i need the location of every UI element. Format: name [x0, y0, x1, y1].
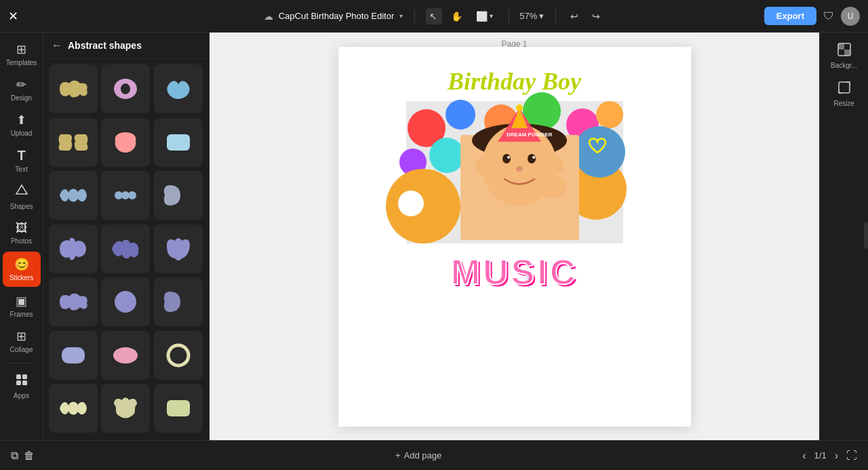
- design-icon: ✏: [16, 77, 26, 92]
- shape-item[interactable]: [49, 331, 98, 380]
- sidebar-item-collage[interactable]: ⊞ Collage: [3, 325, 41, 357]
- sidebar-item-frames[interactable]: ▣ Frames: [3, 290, 41, 322]
- shape-item[interactable]: [101, 171, 150, 220]
- shape-item[interactable]: [101, 331, 150, 380]
- topbar-left: ✕: [8, 9, 18, 24]
- sidebar-item-upload[interactable]: ⬆ Upload: [3, 109, 41, 141]
- shape-item[interactable]: [49, 64, 98, 113]
- svg-rect-3: [16, 380, 21, 385]
- white-circle-decoration: [398, 191, 424, 216]
- expand-button[interactable]: ⛶: [846, 450, 857, 462]
- copy-button[interactable]: ⧉: [11, 450, 18, 462]
- panel-header: ← Abstract shapes: [43, 33, 209, 59]
- shape-item[interactable]: [154, 277, 203, 326]
- svg-point-8: [128, 191, 136, 199]
- cursor-tool-button[interactable]: ↖: [425, 8, 441, 24]
- shape-item[interactable]: [101, 277, 150, 326]
- canvas-document[interactable]: Birthday Boy: [338, 47, 691, 427]
- redo-button[interactable]: ↪: [588, 8, 604, 24]
- shape-item[interactable]: [49, 224, 98, 273]
- bottom-center: + Add page: [395, 450, 441, 461]
- shape-item[interactable]: [154, 384, 203, 433]
- shape-item[interactable]: [49, 277, 98, 326]
- templates-icon: ⊞: [16, 42, 26, 57]
- svg-point-9: [115, 291, 136, 313]
- photos-icon: 🖼: [16, 221, 28, 235]
- svg-point-34: [507, 156, 510, 159]
- sidebar-label-frames: Frames: [10, 311, 33, 318]
- bottom-left: ⧉ 🗑: [11, 450, 35, 462]
- right-panel-resize[interactable]: Resize: [823, 76, 866, 111]
- sidebar-label-text: Text: [15, 165, 27, 173]
- sidebar-label-apps: Apps: [14, 392, 29, 399]
- canvas-area: Page 1 Birthday Boy: [210, 33, 819, 440]
- svg-point-36: [516, 166, 523, 172]
- sidebar-label-stickers: Stickers: [9, 274, 34, 281]
- sidebar-item-stickers[interactable]: 😊 Stickers: [3, 252, 41, 287]
- sidebar-item-design[interactable]: ✏ Design: [3, 73, 41, 106]
- add-page-button[interactable]: + Add page: [395, 450, 441, 461]
- svg-point-32: [502, 154, 511, 163]
- hand-tool-button[interactable]: ✋: [447, 8, 467, 24]
- shape-item[interactable]: [154, 224, 203, 273]
- zoom-display[interactable]: 57% ▾: [519, 11, 544, 21]
- shape-item[interactable]: [101, 224, 150, 273]
- canvas-wrapper[interactable]: Birthday Boy: [210, 33, 819, 440]
- shape-item[interactable]: [49, 118, 98, 167]
- right-panel-background[interactable]: Backgr...: [823, 38, 866, 73]
- music-text[interactable]: MUSIC: [451, 252, 578, 292]
- avatar[interactable]: U: [841, 7, 860, 26]
- shape-item[interactable]: [49, 384, 98, 433]
- apps-icon: [15, 373, 28, 390]
- logo-icon: ✕: [8, 9, 18, 24]
- photo-area[interactable]: DREAM POWDER: [406, 101, 623, 243]
- shapes-icon: [15, 184, 28, 201]
- svg-text:DREAM POWDER: DREAM POWDER: [507, 132, 553, 138]
- prev-page-button[interactable]: ‹: [802, 450, 806, 462]
- next-page-button[interactable]: ›: [835, 450, 838, 462]
- shape-item[interactable]: [101, 384, 150, 433]
- shape-item[interactable]: [49, 171, 98, 220]
- shape-item[interactable]: [154, 118, 203, 167]
- sidebar-label-upload: Upload: [11, 130, 33, 137]
- topbar-center: ☁ CapCut Birthday Photo Editor ▾ ↖ ✋ ⬜ ▾…: [264, 8, 605, 24]
- gold-circle-decoration: [386, 169, 460, 243]
- delete-button[interactable]: 🗑: [24, 450, 35, 462]
- sidebar-label-shapes: Shapes: [10, 203, 33, 210]
- back-button[interactable]: ←: [52, 39, 62, 52]
- bottom-right: ‹ 1/1 › ⛶: [802, 450, 857, 462]
- background-icon: [837, 42, 852, 60]
- sidebar-item-apps[interactable]: Apps: [3, 369, 41, 404]
- svg-point-33: [528, 154, 536, 163]
- sidebar-item-photos[interactable]: 🖼 Photos: [3, 217, 41, 249]
- shape-item[interactable]: [154, 64, 203, 113]
- sidebar-item-text[interactable]: T Text: [3, 144, 41, 177]
- chevron-down-icon: ▾: [399, 12, 403, 20]
- bottom-bar: ⧉ 🗑 + Add page ‹ 1/1 › ⛶: [0, 440, 868, 470]
- svg-point-35: [532, 156, 535, 159]
- cloud-icon: ☁: [264, 11, 273, 22]
- svg-point-22: [429, 138, 465, 173]
- project-name: CapCut Birthday Photo Editor: [279, 11, 395, 21]
- sidebar-label-templates: Templates: [6, 59, 37, 66]
- sidebar-item-shapes[interactable]: Shapes: [3, 180, 41, 214]
- shapes-grid: [43, 59, 209, 440]
- sidebar-item-templates[interactable]: ⊞ Templates: [3, 38, 41, 71]
- export-button[interactable]: Export: [764, 7, 816, 25]
- svg-rect-1: [16, 374, 21, 379]
- svg-point-20: [596, 101, 623, 128]
- sidebar-label-design: Design: [11, 94, 32, 102]
- birthday-text[interactable]: Birthday Boy: [448, 67, 581, 96]
- frame-tool-button[interactable]: ⬜ ▾: [472, 8, 497, 24]
- shape-item[interactable]: [154, 331, 203, 380]
- sidebar-label-photos: Photos: [11, 237, 32, 245]
- upload-icon: ⬆: [16, 113, 26, 128]
- main-area: ⊞ Templates ✏ Design ⬆ Upload T Text Sha…: [0, 33, 868, 440]
- shape-item[interactable]: [101, 64, 150, 113]
- undo-button[interactable]: ↩: [566, 8, 583, 24]
- add-page-label: Add page: [404, 450, 442, 461]
- shape-item[interactable]: [154, 171, 203, 220]
- zoom-chevron-icon: ▾: [539, 11, 544, 21]
- text-icon: T: [17, 148, 25, 163]
- shape-item[interactable]: [101, 118, 150, 167]
